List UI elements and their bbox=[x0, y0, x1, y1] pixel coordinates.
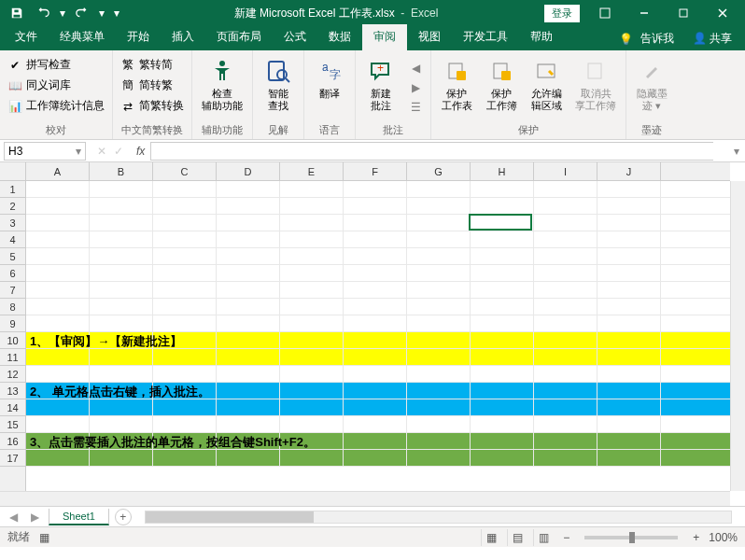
cell[interactable] bbox=[280, 349, 344, 365]
scrollbar-thumb[interactable] bbox=[146, 511, 314, 523]
cell[interactable] bbox=[597, 383, 661, 399]
sheet-nav-prev[interactable]: ◀ bbox=[6, 511, 21, 524]
cell[interactable] bbox=[217, 198, 280, 214]
cell[interactable] bbox=[407, 248, 471, 264]
convert-button[interactable]: ⇄简繁转换 bbox=[119, 97, 186, 115]
grid-row[interactable] bbox=[26, 181, 730, 198]
row-header[interactable]: 1 bbox=[0, 181, 25, 198]
cell[interactable] bbox=[344, 433, 407, 449]
cell[interactable] bbox=[471, 399, 534, 415]
cell[interactable] bbox=[217, 215, 280, 231]
grid-row[interactable] bbox=[26, 265, 730, 282]
cell[interactable] bbox=[597, 433, 661, 449]
column-header[interactable]: H bbox=[471, 162, 534, 180]
cancel-formula-button[interactable]: ✕ bbox=[97, 145, 106, 158]
cell[interactable] bbox=[471, 215, 534, 231]
cell[interactable] bbox=[280, 265, 344, 281]
chevron-down-icon[interactable]: ▾ bbox=[76, 145, 81, 158]
cell[interactable] bbox=[153, 399, 217, 415]
grid-row[interactable] bbox=[26, 366, 730, 383]
cell[interactable] bbox=[217, 265, 280, 281]
tab-formulas[interactable]: 公式 bbox=[273, 24, 317, 50]
cell[interactable] bbox=[534, 315, 597, 331]
cell[interactable] bbox=[597, 332, 661, 348]
cell[interactable] bbox=[534, 399, 597, 415]
cell[interactable] bbox=[26, 416, 90, 432]
cell[interactable] bbox=[534, 215, 597, 231]
cell[interactable] bbox=[90, 299, 153, 315]
cell[interactable] bbox=[534, 198, 597, 214]
cell[interactable] bbox=[153, 282, 217, 298]
cell[interactable] bbox=[90, 315, 153, 331]
cell[interactable] bbox=[344, 366, 407, 382]
cell[interactable] bbox=[597, 198, 661, 214]
cell[interactable] bbox=[26, 265, 90, 281]
cell[interactable] bbox=[217, 282, 280, 298]
tab-help[interactable]: 帮助 bbox=[519, 24, 564, 50]
cell[interactable] bbox=[217, 399, 280, 415]
grid-row[interactable] bbox=[26, 198, 730, 215]
cell[interactable] bbox=[471, 433, 534, 449]
cell[interactable] bbox=[153, 366, 217, 382]
cell[interactable] bbox=[26, 198, 90, 214]
cell[interactable] bbox=[153, 265, 217, 281]
cell[interactable] bbox=[471, 450, 534, 466]
select-all-corner[interactable] bbox=[0, 162, 26, 181]
cell[interactable] bbox=[90, 349, 153, 365]
cell[interactable] bbox=[280, 450, 344, 466]
cell[interactable] bbox=[153, 299, 217, 315]
grid-row[interactable] bbox=[26, 349, 730, 366]
cell[interactable] bbox=[217, 332, 280, 348]
cell[interactable] bbox=[26, 315, 90, 331]
cell[interactable] bbox=[280, 416, 344, 432]
cell[interactable] bbox=[471, 248, 534, 264]
allow-edit-ranges-button[interactable]: 允许编 辑区域 bbox=[527, 54, 566, 114]
protect-sheet-button[interactable]: 保护 工作表 bbox=[437, 54, 476, 114]
cell[interactable] bbox=[153, 231, 217, 247]
row-header[interactable]: 16 bbox=[0, 433, 25, 450]
cell[interactable] bbox=[90, 248, 153, 264]
tab-file[interactable]: 文件 bbox=[4, 24, 49, 50]
cell[interactable] bbox=[90, 450, 153, 466]
cell[interactable] bbox=[407, 433, 471, 449]
redo-button[interactable] bbox=[71, 3, 93, 23]
cell[interactable] bbox=[217, 383, 280, 399]
cell[interactable] bbox=[534, 248, 597, 264]
thesaurus-button[interactable]: 📖同义词库 bbox=[6, 77, 106, 94]
page-layout-view-button[interactable]: ▤ bbox=[507, 529, 527, 546]
cell[interactable] bbox=[90, 181, 153, 197]
cell[interactable] bbox=[534, 349, 597, 365]
tab-home[interactable]: 开始 bbox=[116, 24, 161, 50]
grid-row[interactable] bbox=[26, 248, 730, 265]
column-header[interactable]: A bbox=[26, 162, 90, 180]
cell[interactable] bbox=[407, 450, 471, 466]
tellme-button[interactable]: 告诉我 bbox=[640, 31, 674, 47]
column-header[interactable]: J bbox=[597, 162, 661, 180]
cell[interactable] bbox=[26, 282, 90, 298]
cell[interactable] bbox=[153, 315, 217, 331]
column-header[interactable]: D bbox=[217, 162, 280, 180]
column-header[interactable]: C bbox=[153, 162, 217, 180]
cell[interactable] bbox=[471, 265, 534, 281]
cell[interactable] bbox=[407, 383, 471, 399]
cell[interactable] bbox=[217, 299, 280, 315]
protect-workbook-button[interactable]: 保护 工作簿 bbox=[482, 54, 521, 114]
cell[interactable] bbox=[471, 349, 534, 365]
cell[interactable] bbox=[280, 366, 344, 382]
zoom-level[interactable]: 100% bbox=[709, 531, 738, 544]
cell[interactable] bbox=[344, 416, 407, 432]
cell[interactable] bbox=[597, 349, 661, 365]
spellcheck-button[interactable]: ✔拼写检查 bbox=[6, 56, 106, 74]
cell[interactable] bbox=[471, 315, 534, 331]
cell[interactable] bbox=[597, 315, 661, 331]
tab-data[interactable]: 数据 bbox=[317, 24, 362, 50]
cell[interactable] bbox=[217, 231, 280, 247]
row-header[interactable]: 10 bbox=[0, 332, 25, 349]
close-button[interactable] bbox=[704, 0, 741, 26]
fx-label[interactable]: fx bbox=[131, 145, 150, 158]
cell[interactable] bbox=[344, 215, 407, 231]
minimize-button[interactable] bbox=[626, 0, 663, 26]
status-macro-icon[interactable]: ▦ bbox=[39, 531, 49, 544]
page-break-view-button[interactable]: ▥ bbox=[533, 529, 554, 546]
check-accessibility-button[interactable]: 检查 辅助功能 bbox=[198, 54, 246, 114]
